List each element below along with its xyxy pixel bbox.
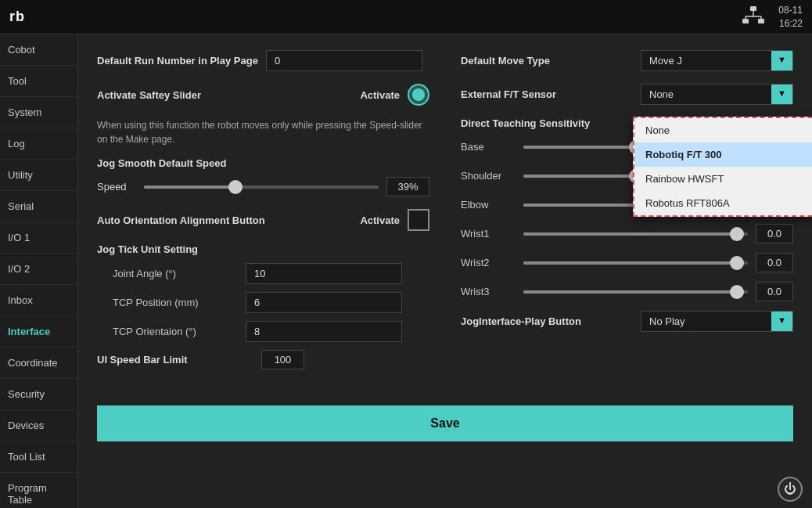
- default-move-dropdown[interactable]: Move J ▼: [641, 50, 793, 71]
- auto-orient-label: Auto Orientation Alignment Button: [97, 214, 265, 226]
- sens-wrist1-thumb[interactable]: [730, 227, 744, 241]
- ui-speed-value: 100: [261, 350, 304, 369]
- sidebar-item-interface[interactable]: Interface: [0, 316, 77, 348]
- default-run-label: Default Run Number in Play Page: [97, 55, 258, 67]
- sens-wrist3-label: Wrist3: [461, 286, 516, 297]
- sens-wrist3-value: 0.0: [756, 282, 793, 301]
- jog-interface-dropdown[interactable]: No Play ▼: [641, 311, 793, 332]
- sidebar-item-serial[interactable]: Serial: [0, 191, 77, 222]
- jog-interface-row: JogInterface-Play Button No Play ▼: [461, 311, 793, 332]
- external-ft-row: External F/T Sensor None ▼ None Robotiq …: [461, 84, 793, 105]
- activate-text: Activate: [360, 89, 400, 101]
- external-ft-arrow[interactable]: ▼: [771, 85, 792, 104]
- default-move-arrow[interactable]: ▼: [771, 51, 792, 70]
- tcp-orient-input[interactable]: [246, 321, 402, 342]
- sens-wrist3-track[interactable]: [523, 290, 748, 294]
- jog-interface-arrow[interactable]: ▼: [771, 312, 792, 331]
- sidebar-item-log[interactable]: Log: [0, 128, 77, 160]
- sidebar-item-security[interactable]: Security: [0, 379, 77, 410]
- safety-hint: When using this function the robot moves…: [97, 118, 429, 146]
- header-right: 08-11 16:22: [741, 4, 803, 31]
- power-button[interactable]: ⏻: [778, 477, 803, 502]
- sens-wrist1-label: Wrist1: [461, 228, 516, 240]
- power-area: ⏻: [778, 477, 803, 502]
- dropdown-option-robotus[interactable]: Robotus RFT806A: [634, 191, 812, 215]
- sidebar-item-cobot[interactable]: Cobot: [0, 34, 77, 66]
- sens-wrist3-thumb[interactable]: [730, 285, 744, 299]
- tcp-pos-row: TCP Position (mm): [97, 292, 429, 313]
- dropdown-option-rainbow[interactable]: Rainbow HWSFT: [634, 167, 812, 191]
- sens-elbow-label: Elbow: [461, 199, 516, 211]
- tcp-orient-label: TCP Orientaion (°): [113, 326, 238, 337]
- jog-interface-label: JogInterface-Play Button: [461, 315, 633, 327]
- right-column: Default Move Type Move J ▼ External F/T …: [461, 50, 793, 382]
- sens-wrist2-fill: [523, 261, 737, 265]
- sidebar-item-tool-list[interactable]: Tool List: [0, 441, 77, 473]
- sidebar-item-system[interactable]: System: [0, 97, 77, 128]
- network-icon: [741, 5, 766, 29]
- svg-rect-0: [750, 6, 756, 11]
- ft-dropdown-popup: None Robotiq F/T 300 Rainbow HWSFT Robot…: [633, 117, 812, 217]
- jog-smooth-title: Jog Smooth Default Speed: [97, 157, 429, 169]
- sidebar-item-devices[interactable]: Devices: [0, 410, 77, 441]
- save-button[interactable]: Save: [97, 405, 793, 441]
- auto-orient-toggle[interactable]: [408, 209, 429, 231]
- sens-wrist2-label: Wrist2: [461, 257, 516, 268]
- speed-value: 39%: [386, 177, 429, 196]
- ui-speed-label: UI Speed Bar Limit: [97, 354, 253, 366]
- safety-slider-label: Activate Saftey Slider: [97, 89, 253, 101]
- default-move-value: Move J: [641, 51, 771, 70]
- tcp-orient-row: TCP Orientaion (°): [97, 321, 429, 342]
- tcp-pos-label: TCP Position (mm): [113, 297, 238, 308]
- main-content: Default Run Number in Play Page Activate…: [78, 34, 812, 508]
- sens-base-fill: [523, 146, 636, 149]
- sens-wrist1-track[interactable]: [523, 232, 748, 236]
- ui-speed-row: UI Speed Bar Limit 100: [97, 350, 429, 369]
- svg-rect-2: [758, 19, 764, 23]
- two-col-layout: Default Run Number in Play Page Activate…: [97, 50, 793, 382]
- sens-wrist1-fill: [523, 232, 737, 236]
- sens-wrist2-value: 0.0: [756, 253, 793, 272]
- speed-thumb[interactable]: [228, 180, 243, 194]
- external-ft-label: External F/T Sensor: [461, 88, 633, 100]
- toggle-inner: [412, 88, 425, 101]
- speed-fill: [144, 186, 235, 189]
- safety-toggle[interactable]: [408, 84, 429, 106]
- speed-track[interactable]: [144, 186, 379, 189]
- sidebar: Cobot Tool System Log Utility Serial I/O…: [0, 34, 78, 508]
- jog-interface-value: No Play: [641, 312, 771, 331]
- logo: rb: [9, 9, 25, 25]
- sidebar-item-program-table[interactable]: Program Table: [0, 473, 77, 508]
- external-ft-dropdown[interactable]: None ▼: [641, 84, 793, 105]
- sidebar-item-utility[interactable]: Utility: [0, 160, 77, 191]
- sens-shoulder-label: Shoulder: [461, 170, 516, 182]
- default-move-row: Default Move Type Move J ▼: [461, 50, 793, 71]
- safety-slider-row: Activate Saftey Slider Activate: [97, 84, 429, 106]
- sidebar-item-tool[interactable]: Tool: [0, 66, 77, 97]
- left-column: Default Run Number in Play Page Activate…: [97, 50, 429, 382]
- sidebar-item-io1[interactable]: I/O 1: [0, 222, 77, 254]
- sens-shoulder-fill: [523, 175, 636, 178]
- speed-label: Speed: [97, 181, 136, 193]
- sens-wrist1-row: Wrist1 0.0: [461, 224, 793, 243]
- tcp-pos-input[interactable]: [246, 292, 402, 313]
- sens-wrist3-row: Wrist3 0.0: [461, 282, 793, 301]
- joint-angle-label: Joint Angle (°): [113, 268, 238, 279]
- sens-wrist2-row: Wrist2 0.0: [461, 253, 793, 272]
- dropdown-option-robotiq[interactable]: Robotiq F/T 300: [634, 142, 812, 167]
- sidebar-item-inbox[interactable]: Inbox: [0, 285, 77, 316]
- svg-rect-1: [742, 19, 749, 23]
- sidebar-item-io2[interactable]: I/O 2: [0, 254, 77, 285]
- joint-angle-row: Joint Angle (°): [97, 263, 429, 284]
- dropdown-option-none[interactable]: None: [634, 118, 812, 142]
- auto-orient-activate: Activate: [360, 214, 400, 226]
- joint-angle-input[interactable]: [246, 263, 402, 284]
- sidebar-item-coordinate[interactable]: Coordinate: [0, 348, 77, 379]
- jog-tick-title: Jog Tick Unit Setting: [97, 243, 429, 255]
- sens-wrist2-track[interactable]: [523, 261, 748, 265]
- default-run-input[interactable]: [266, 50, 422, 71]
- sens-base-label: Base: [461, 141, 516, 153]
- auto-orient-row: Auto Orientation Alignment Button Activa…: [97, 209, 429, 231]
- sens-wrist2-thumb[interactable]: [730, 256, 744, 270]
- header-time: 08-11 16:22: [778, 4, 803, 31]
